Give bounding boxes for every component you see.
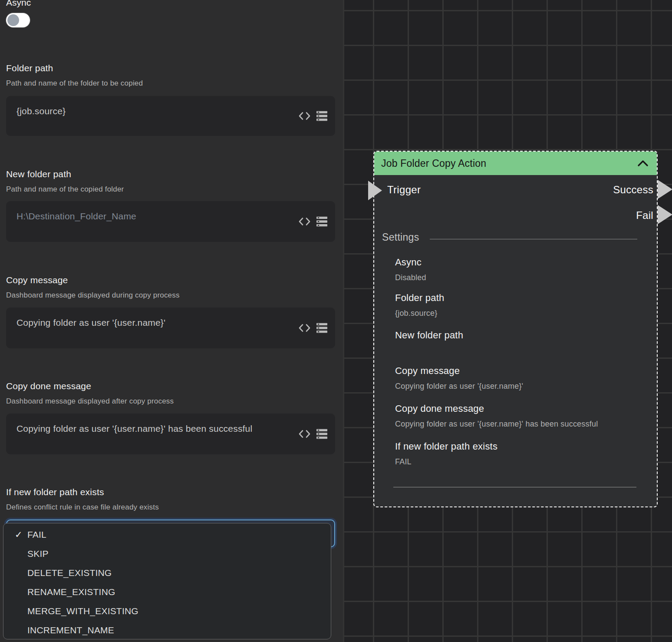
action-settings-panel: Async Folder path Path and name of the f…	[0, 0, 343, 642]
field-icons	[299, 429, 327, 439]
conflict-rule-dropdown: ✓ FAIL SKIP DELETE_EXISTING RENAME_EXIST…	[3, 523, 331, 639]
copy-done-message-field: Copying folder as user '{user.name}' has…	[6, 414, 335, 454]
option-label: INCREMENT_NAME	[27, 625, 114, 635]
new-folder-path-label: New folder path	[6, 169, 335, 179]
divider	[430, 239, 637, 239]
option-label: SKIP	[27, 549, 49, 559]
async-toggle[interactable]	[6, 13, 30, 27]
workflow-canvas[interactable]: Job Folder Copy Action Trigger Success F…	[343, 0, 672, 642]
copy-message-field: Copying folder as user '{user.name}'	[6, 308, 335, 348]
folder-path-input[interactable]: {job.source}	[6, 96, 335, 136]
dropdown-option-skip[interactable]: SKIP	[3, 544, 331, 563]
node-header[interactable]: Job Folder Copy Action	[374, 152, 657, 175]
setting-value: Copying folder as user '{user.name}'	[395, 382, 639, 391]
setting-name: Folder path	[395, 292, 639, 304]
new-folder-path-description: Path and name of the copied folder	[6, 185, 335, 194]
conflict-rule-description: Defines conflict rule in case file alrea…	[6, 503, 335, 512]
new-folder-path-field	[6, 201, 335, 242]
conflict-rule-label: If new folder path exists	[6, 487, 335, 497]
field-icons	[299, 111, 327, 121]
node-setting-new-folder-path: New folder path	[395, 330, 639, 346]
output-port-label-success: Success	[613, 184, 653, 196]
code-icon[interactable]	[299, 218, 310, 226]
code-icon[interactable]	[299, 112, 310, 120]
copy-message-input[interactable]: Copying folder as user '{user.name}'	[6, 308, 335, 348]
dropdown-option-fail[interactable]: ✓ FAIL	[3, 525, 331, 544]
node-setting-async: Async Disabled	[395, 257, 639, 282]
dropdown-option-merge-with-existing[interactable]: MERGE_WITH_EXISTING	[3, 602, 331, 621]
setting-value: Disabled	[395, 273, 639, 282]
fail-output-connector[interactable]	[658, 205, 672, 224]
dropdown-option-rename-existing[interactable]: RENAME_EXISTING	[3, 582, 331, 602]
option-label: RENAME_EXISTING	[27, 587, 115, 597]
copy-done-message-label: Copy done message	[6, 381, 335, 391]
divider	[393, 487, 636, 487]
copy-done-message-input[interactable]: Copying folder as user '{user.name}' has…	[6, 414, 335, 454]
new-folder-path-input[interactable]	[6, 201, 335, 242]
setting-value: FAIL	[395, 457, 639, 467]
setting-name: Copy message	[395, 365, 639, 377]
output-port-label-fail: Fail	[636, 209, 653, 222]
list-icon[interactable]	[316, 323, 327, 333]
field-icons	[299, 217, 327, 227]
chevron-up-icon[interactable]	[638, 160, 648, 166]
code-icon[interactable]	[299, 430, 310, 438]
option-label: MERGE_WITH_EXISTING	[27, 606, 138, 616]
code-icon[interactable]	[299, 324, 310, 332]
list-icon[interactable]	[316, 111, 327, 121]
dropdown-option-delete-existing[interactable]: DELETE_EXISTING	[3, 563, 331, 582]
folder-path-description: Path and name of the folder to be copied	[6, 79, 335, 88]
node-setting-copy-message: Copy message Copying folder as user '{us…	[395, 365, 639, 391]
setting-name: If new folder path exists	[395, 441, 639, 452]
node-title: Job Folder Copy Action	[381, 158, 486, 169]
folder-path-field: {job.source}	[6, 96, 335, 136]
node-setting-if-new-folder-path-exists: If new folder path exists FAIL	[395, 441, 639, 467]
field-icons	[299, 323, 327, 333]
async-field-label: Async	[6, 0, 31, 8]
setting-name: Async	[395, 257, 639, 268]
list-icon[interactable]	[316, 429, 327, 439]
dropdown-option-increment-name[interactable]: INCREMENT_NAME	[3, 621, 331, 639]
check-icon: ✓	[15, 529, 23, 540]
setting-value: Copying folder as user '{user.name}' has…	[395, 420, 639, 429]
node-setting-copy-done-message: Copy done message Copying folder as user…	[395, 403, 639, 429]
option-label: FAIL	[27, 529, 46, 540]
node-settings-heading: Settings	[382, 232, 419, 243]
copy-message-description: Dashboard message displayed during copy …	[6, 291, 335, 300]
option-label: DELETE_EXISTING	[27, 568, 112, 578]
folder-path-label: Folder path	[6, 63, 335, 73]
copy-message-label: Copy message	[6, 275, 335, 285]
node-job-folder-copy-action[interactable]: Job Folder Copy Action Trigger Success F…	[373, 151, 658, 507]
success-output-connector[interactable]	[658, 180, 672, 199]
node-setting-folder-path: Folder path {job.source}	[395, 292, 639, 318]
list-icon[interactable]	[316, 217, 327, 227]
setting-name: New folder path	[395, 330, 639, 341]
copy-done-message-description: Dashboard message displayed after copy p…	[6, 397, 335, 406]
input-port-label-trigger: Trigger	[387, 184, 421, 196]
setting-name: Copy done message	[395, 403, 639, 414]
setting-value: {job.source}	[395, 309, 639, 318]
toggle-knob	[7, 14, 19, 26]
